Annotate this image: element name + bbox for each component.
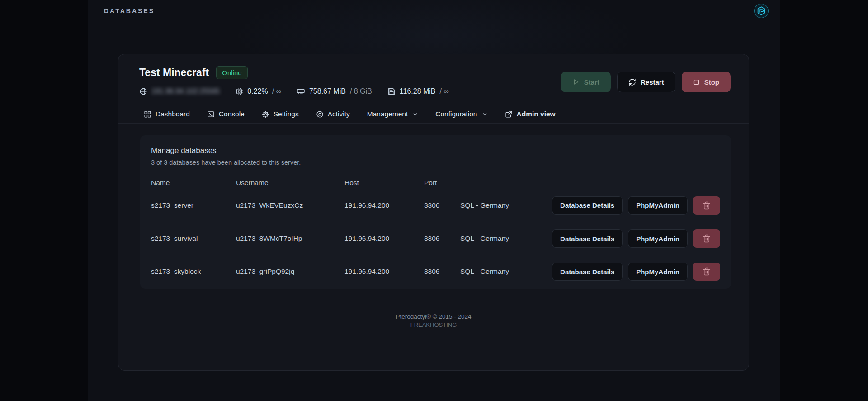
top-navigation-bar: DATABASES (88, 0, 780, 22)
stop-icon (693, 79, 700, 86)
db-username-cell: u2173_griPpQ92jq (236, 267, 344, 276)
disk-value: 116.28 MiB (400, 87, 436, 95)
tab-configuration[interactable]: Configuration (435, 110, 487, 118)
page-title: DATABASES (104, 7, 155, 14)
server-header: Test Minecraft Online 191.96.94.102:2556… (118, 54, 749, 95)
column-header-host: Host (344, 179, 424, 187)
tab-management[interactable]: Management (367, 110, 418, 118)
tab-activity[interactable]: Activity (316, 110, 350, 118)
host-brand-text: FREAKHOSTING (118, 321, 749, 329)
column-header-name: Name (151, 179, 236, 187)
cpu-value: 0.22% (247, 87, 268, 95)
external-link-icon (505, 110, 513, 118)
disk-icon (387, 87, 396, 95)
memory-limit: / 8 GiB (350, 87, 372, 95)
panel-logo[interactable] (754, 4, 769, 18)
db-port-cell: 3306 (424, 201, 460, 210)
cpu-stat: 0.22% / ∞ (235, 87, 281, 95)
table-row: s2173_survival u2173_8WMcT7oIHp 191.96.9… (151, 222, 720, 255)
server-address-redacted: 191.96.94.102:25565 (151, 87, 220, 95)
app-shell: DATABASES Test Minecraft Online (88, 0, 780, 401)
copyright-text: Pterodactyl® © 2015 - 2024 (118, 313, 749, 321)
table-row: s2173_server u2173_WkEVEuzxCz 191.96.94.… (151, 189, 720, 222)
db-location-cell: SQL - Germany (460, 267, 543, 276)
chevron-down-icon (482, 111, 488, 117)
db-host-cell: 191.96.94.200 (344, 267, 424, 276)
grid-icon (144, 110, 151, 118)
server-stats: 191.96.94.102:25565 0.22% / ∞ (139, 87, 449, 95)
globe-icon (139, 87, 147, 95)
memory-value: 758.67 MiB (309, 87, 346, 95)
db-name-cell: s2173_survival (151, 234, 236, 243)
databases-panel: Manage databases 3 of 3 databases have b… (140, 135, 731, 289)
power-controls: Start Restart (561, 72, 731, 92)
db-name-cell: s2173_skyblock (151, 267, 236, 276)
db-port-cell: 3306 (424, 234, 460, 243)
server-nav-tabs: Dashboard Console Settings (118, 106, 749, 122)
panel-title: Manage databases (151, 146, 720, 155)
start-button[interactable]: Start (561, 72, 611, 92)
column-header-username: Username (236, 179, 344, 187)
database-details-button[interactable]: Database Details (552, 196, 623, 215)
tab-console[interactable]: Console (207, 110, 245, 118)
table-header-row: Name Username Host Port (151, 177, 720, 189)
delete-database-button[interactable] (693, 229, 720, 248)
phpmyadmin-button[interactable]: PhpMyAdmin (628, 229, 688, 248)
status-badge: Online (216, 66, 247, 79)
delete-database-button[interactable] (693, 263, 720, 281)
tab-dashboard[interactable]: Dashboard (144, 110, 190, 118)
row-actions: Database Details PhpMyAdmin (552, 196, 720, 215)
activity-icon (316, 110, 324, 118)
disk-stat: 116.28 MiB / ∞ (387, 87, 449, 95)
trash-icon (703, 201, 711, 210)
server-info: Test Minecraft Online 191.96.94.102:2556… (139, 66, 449, 95)
server-name: Test Minecraft (139, 67, 209, 79)
database-rows: s2173_server u2173_WkEVEuzxCz 191.96.94.… (151, 189, 720, 288)
database-details-button[interactable]: Database Details (552, 229, 623, 248)
db-host-cell: 191.96.94.200 (344, 201, 424, 210)
phpmyadmin-button[interactable]: PhpMyAdmin (628, 263, 688, 281)
refresh-icon (628, 78, 636, 86)
restart-button[interactable]: Restart (617, 72, 675, 92)
address-stat: 191.96.94.102:25565 (139, 87, 220, 95)
trash-icon (703, 267, 711, 276)
footer: Pterodactyl® © 2015 - 2024 FREAKHOSTING (118, 313, 749, 329)
memory-icon (297, 87, 305, 95)
terminal-icon (207, 110, 215, 118)
db-location-cell: SQL - Germany (460, 201, 543, 210)
tab-admin-view[interactable]: Admin view (505, 110, 556, 118)
disk-limit: / ∞ (440, 87, 449, 95)
memory-stat: 758.67 MiB / 8 GiB (297, 87, 372, 95)
stop-button[interactable]: Stop (682, 72, 731, 92)
cpu-limit: / ∞ (272, 87, 281, 95)
pterodactyl-logo-icon (756, 6, 766, 16)
column-header-port: Port (424, 179, 460, 187)
gear-icon (262, 110, 269, 118)
panel-subtitle: 3 of 3 databases have been allocated to … (151, 159, 720, 166)
delete-database-button[interactable] (693, 196, 720, 215)
tab-settings[interactable]: Settings (262, 110, 299, 118)
row-actions: Database Details PhpMyAdmin (552, 263, 720, 281)
db-host-cell: 191.96.94.200 (344, 234, 424, 243)
tabs-divider (118, 123, 749, 124)
db-location-cell: SQL - Germany (460, 234, 543, 243)
db-name-cell: s2173_server (151, 201, 236, 210)
database-details-button[interactable]: Database Details (552, 263, 623, 281)
chevron-down-icon (412, 111, 418, 117)
server-card: Test Minecraft Online 191.96.94.102:2556… (118, 54, 749, 371)
db-port-cell: 3306 (424, 267, 460, 276)
play-icon (572, 78, 580, 86)
phpmyadmin-button[interactable]: PhpMyAdmin (628, 196, 688, 215)
db-username-cell: u2173_WkEVEuzxCz (236, 201, 344, 210)
cpu-icon (235, 87, 243, 95)
trash-icon (703, 234, 711, 243)
db-username-cell: u2173_8WMcT7oIHp (236, 234, 344, 243)
table-row: s2173_skyblock u2173_griPpQ92jq 191.96.9… (151, 255, 720, 288)
row-actions: Database Details PhpMyAdmin (552, 229, 720, 248)
